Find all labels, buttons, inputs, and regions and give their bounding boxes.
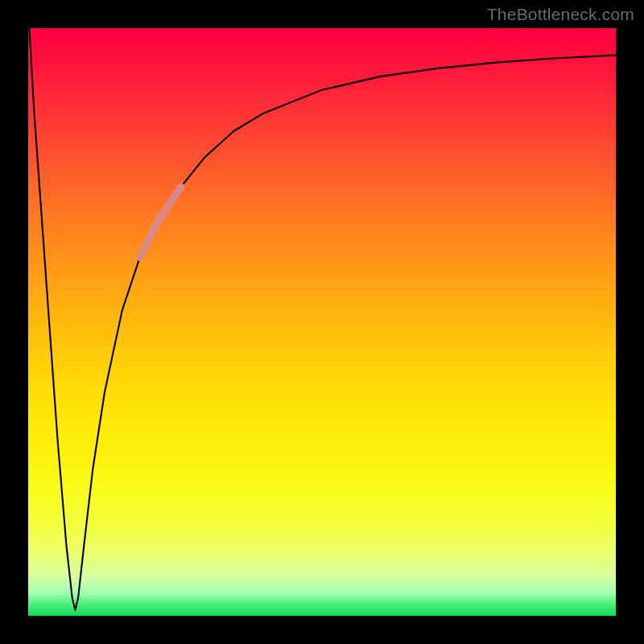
watermark-text: TheBottleneck.com <box>487 5 634 24</box>
curve-highlight <box>140 187 181 258</box>
bottleneck-curve <box>29 28 616 610</box>
plot-area <box>28 28 616 616</box>
curve-svg <box>28 28 616 616</box>
chart-frame: TheBottleneck.com <box>0 0 644 644</box>
